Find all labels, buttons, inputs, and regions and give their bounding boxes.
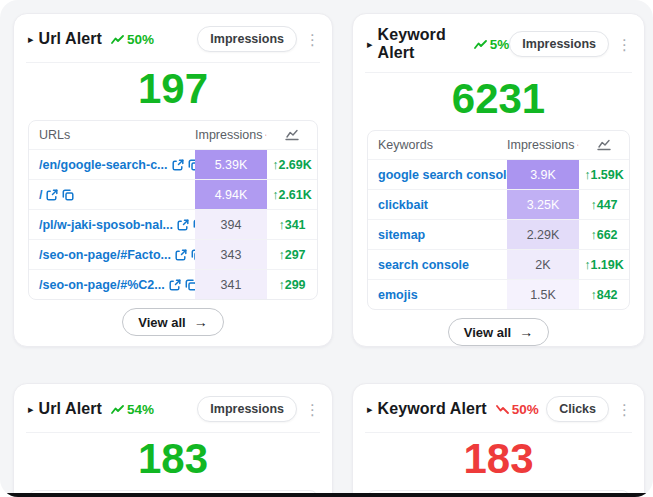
keyword-link[interactable]: clickbait bbox=[378, 198, 428, 212]
change-cell: ↑1.19K bbox=[579, 250, 629, 279]
table-row: clickbait 3.25K ↑447 bbox=[368, 189, 629, 219]
url-alert-card-2: ▸ Url Alert 54% Impressions ⋮ 183 URLs I… bbox=[13, 383, 333, 497]
external-link-icon[interactable] bbox=[172, 159, 184, 171]
change-cell: ↑1.59K bbox=[579, 160, 629, 189]
view-all-button[interactable]: View all → bbox=[448, 318, 549, 346]
external-link-icon[interactable] bbox=[169, 279, 181, 291]
keyword-link[interactable]: sitemap bbox=[378, 228, 425, 242]
change-cell: ↑662 bbox=[579, 220, 629, 249]
keyword-alert-card-2: ▸ Keyword Alert 50% Clicks ⋮ 183 Keyword… bbox=[352, 383, 645, 497]
card-header: ▸ Keyword Alert 50% Clicks ⋮ bbox=[353, 384, 644, 432]
arrow-right-icon: → bbox=[194, 314, 208, 330]
card-title: Keyword Alert bbox=[378, 26, 465, 62]
card-header: ▸ Url Alert 50% Impressions ⋮ bbox=[14, 14, 332, 62]
external-link-icon[interactable] bbox=[46, 189, 58, 201]
caret-right-icon[interactable]: ▸ bbox=[28, 404, 34, 415]
keyword-alert-card: ▸ Keyword Alert 5% Impressions ⋮ 6231 Ke… bbox=[352, 13, 645, 347]
value-cell: 4.94K bbox=[195, 180, 267, 209]
card-title: Url Alert bbox=[39, 400, 102, 418]
header-divider bbox=[365, 72, 632, 73]
trend-value: 50% bbox=[127, 32, 154, 47]
value-cell: 343 bbox=[195, 240, 267, 269]
keyword-link[interactable]: emojis bbox=[378, 288, 418, 302]
external-link-icon[interactable] bbox=[175, 249, 187, 261]
metric-pill-button[interactable]: Clicks bbox=[546, 396, 609, 422]
trend-badge: 54% bbox=[111, 402, 154, 417]
keyword-table: Keywords Impressions google search conso… bbox=[367, 130, 630, 310]
caret-right-icon[interactable]: ▸ bbox=[367, 404, 373, 415]
card-header: ▸ Url Alert 54% Impressions ⋮ bbox=[14, 384, 332, 432]
cropped-dark-edge bbox=[0, 493, 653, 497]
table-header-row: Keywords Impressions bbox=[368, 131, 629, 159]
copy-icon[interactable] bbox=[62, 189, 74, 201]
kebab-menu-icon[interactable]: ⋮ bbox=[617, 37, 632, 52]
alert-total: 6231 bbox=[353, 75, 644, 122]
value-header-label: Impressions bbox=[195, 128, 262, 142]
kebab-menu-icon[interactable]: ⋮ bbox=[305, 402, 320, 417]
caret-right-icon[interactable]: ▸ bbox=[367, 39, 373, 50]
trend-value: 54% bbox=[127, 402, 154, 417]
table-row: /seo-on-page/#%C2... 341 ↑299 bbox=[29, 269, 317, 299]
view-all-label: View all bbox=[138, 315, 185, 330]
change-cell: ↑842 bbox=[579, 280, 629, 309]
alert-total: 183 bbox=[14, 435, 332, 482]
url-cell: /seo-on-page/#%C2... bbox=[29, 270, 195, 299]
view-all-button[interactable]: View all → bbox=[122, 308, 223, 336]
url-table: URLs Impressions /en/google-search-c... … bbox=[28, 120, 318, 300]
url-cell: /seo-on-page/#Facto... bbox=[29, 240, 195, 269]
external-link-icon[interactable] bbox=[177, 219, 189, 231]
change-cell: ↑2.69K bbox=[267, 150, 317, 179]
metric-pill-button[interactable]: Impressions bbox=[509, 31, 609, 57]
table-row: sitemap 2.29K ↑662 bbox=[368, 219, 629, 249]
trend-badge: 50% bbox=[496, 402, 539, 417]
value-column-header[interactable]: Impressions bbox=[507, 131, 579, 159]
url-link[interactable]: /seo-on-page/#%C2... bbox=[39, 278, 165, 292]
table-row: /seo-on-page/#Facto... 343 ↑297 bbox=[29, 239, 317, 269]
table-row: /pl/w-jaki-sposob-nal... 394 ↑341 bbox=[29, 209, 317, 239]
metric-pill-button[interactable]: Impressions bbox=[197, 26, 297, 52]
url-cell: /en/google-search-c... bbox=[29, 150, 195, 179]
url-link[interactable]: /seo-on-page/#Facto... bbox=[39, 248, 171, 262]
chart-toggle[interactable] bbox=[579, 131, 629, 159]
table-row: search console 2K ↑1.19K bbox=[368, 249, 629, 279]
copy-icon[interactable] bbox=[185, 279, 195, 291]
trend-down-icon bbox=[496, 405, 509, 414]
arrow-right-icon: → bbox=[519, 324, 533, 340]
url-cell: /pl/w-jaki-sposob-nal... bbox=[29, 210, 195, 239]
keyword-cell: google search console bbox=[368, 160, 507, 189]
chart-toggle[interactable] bbox=[267, 121, 317, 149]
value-cell: 2.29K bbox=[507, 220, 579, 249]
trend-up-icon bbox=[474, 40, 487, 49]
header-divider bbox=[26, 432, 320, 433]
url-alert-card: ▸ Url Alert 50% Impressions ⋮ 197 URLs I… bbox=[13, 13, 333, 347]
name-column-header: Keywords bbox=[368, 131, 507, 159]
kebab-menu-icon[interactable]: ⋮ bbox=[617, 402, 632, 417]
trend-up-icon bbox=[111, 35, 124, 44]
url-link[interactable]: /pl/w-jaki-sposob-nal... bbox=[39, 218, 173, 232]
trend-badge: 50% bbox=[111, 32, 154, 47]
change-cell: ↑297 bbox=[267, 240, 317, 269]
keyword-link[interactable]: search console bbox=[378, 258, 469, 272]
value-header-label: Impressions bbox=[507, 138, 574, 152]
keyword-link[interactable]: google search console bbox=[378, 168, 507, 182]
value-column-header[interactable]: Impressions bbox=[195, 121, 267, 149]
value-cell: 394 bbox=[195, 210, 267, 239]
alerts-dashboard: ▸ Url Alert 50% Impressions ⋮ 197 URLs I… bbox=[0, 0, 653, 497]
trend-up-icon bbox=[111, 405, 124, 414]
caret-right-icon[interactable]: ▸ bbox=[28, 34, 34, 45]
header-divider bbox=[26, 62, 320, 63]
keyword-cell: search console bbox=[368, 250, 507, 279]
keyword-cell: emojis bbox=[368, 280, 507, 309]
value-cell: 2K bbox=[507, 250, 579, 279]
alert-total: 197 bbox=[14, 65, 332, 112]
url-link[interactable]: / bbox=[39, 188, 42, 202]
metric-pill-button[interactable]: Impressions bbox=[197, 396, 297, 422]
table-header-row: URLs Impressions bbox=[29, 121, 317, 149]
card-title: Keyword Alert bbox=[378, 400, 487, 418]
url-link[interactable]: /en/google-search-c... bbox=[39, 158, 168, 172]
change-cell: ↑2.61K bbox=[267, 180, 317, 209]
line-chart-icon bbox=[285, 129, 299, 141]
kebab-menu-icon[interactable]: ⋮ bbox=[305, 32, 320, 47]
copy-icon[interactable] bbox=[188, 159, 195, 171]
change-cell: ↑447 bbox=[579, 190, 629, 219]
